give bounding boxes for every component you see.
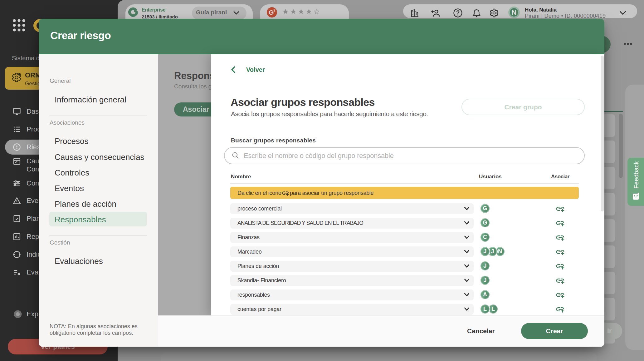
svg-text:G: G	[269, 9, 274, 16]
svg-text:Feedback: Feedback	[633, 161, 640, 189]
svg-text:2: 2	[273, 8, 275, 12]
